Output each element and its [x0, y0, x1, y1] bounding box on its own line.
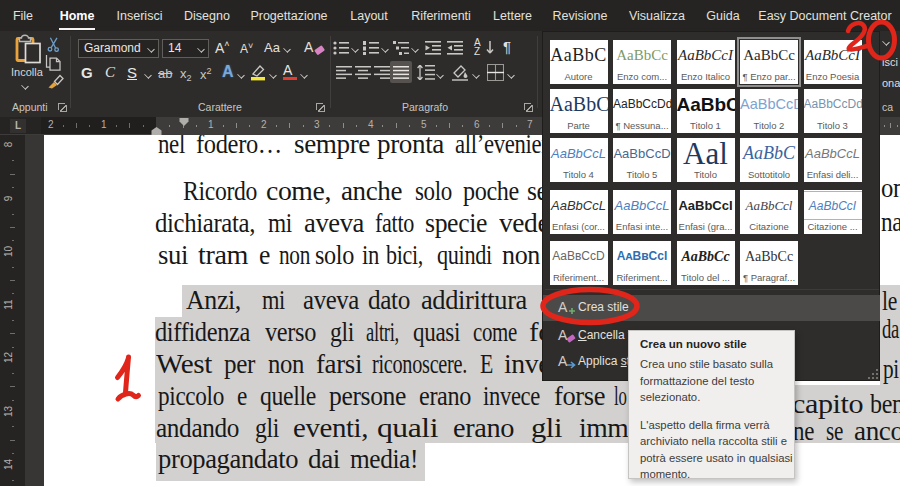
svg-text:A: A [558, 353, 568, 369]
svg-text:A: A [558, 327, 568, 343]
svg-text:A: A [558, 299, 568, 315]
